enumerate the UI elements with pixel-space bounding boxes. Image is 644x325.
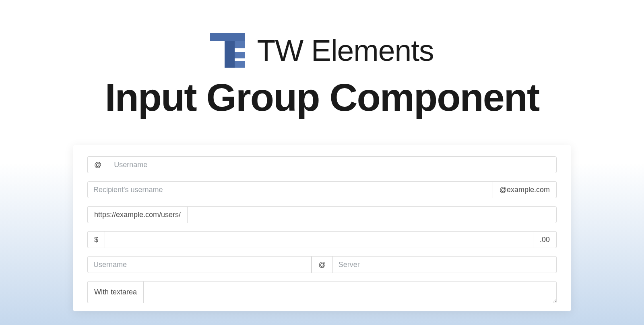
- recipient-input[interactable]: [87, 181, 493, 198]
- input-group-username: @: [87, 156, 557, 173]
- input-group-user-server: @: [87, 256, 557, 273]
- tw-elements-logo-icon: [210, 33, 245, 68]
- username-left-input[interactable]: [87, 256, 312, 273]
- page-title: Input Group Component: [105, 75, 539, 120]
- server-input[interactable]: [333, 256, 557, 273]
- at-separator-addon: @: [312, 256, 332, 273]
- currency-prefix-addon: $: [87, 231, 105, 248]
- brand-name: TW Elements: [257, 33, 433, 68]
- textarea-input[interactable]: [143, 281, 557, 303]
- page-container: TW Elements Input Group Component @ @exa…: [0, 0, 644, 311]
- input-group-recipient: @example.com: [87, 181, 557, 198]
- examples-card: @ @example.com https://example.com/users…: [73, 145, 571, 311]
- domain-suffix-addon: @example.com: [493, 181, 557, 198]
- input-group-amount: $ .00: [87, 231, 557, 248]
- at-prefix-addon: @: [87, 156, 108, 173]
- decimal-suffix-addon: .00: [533, 231, 557, 248]
- textarea-label-addon: With textarea: [87, 281, 143, 303]
- url-prefix-addon: https://example.com/users/: [87, 206, 187, 223]
- amount-input[interactable]: [105, 231, 533, 248]
- input-group-textarea: With textarea: [87, 281, 557, 303]
- url-path-input[interactable]: [187, 206, 557, 223]
- brand-row: TW Elements: [210, 33, 433, 68]
- username-input[interactable]: [108, 156, 557, 173]
- input-group-url: https://example.com/users/: [87, 206, 557, 223]
